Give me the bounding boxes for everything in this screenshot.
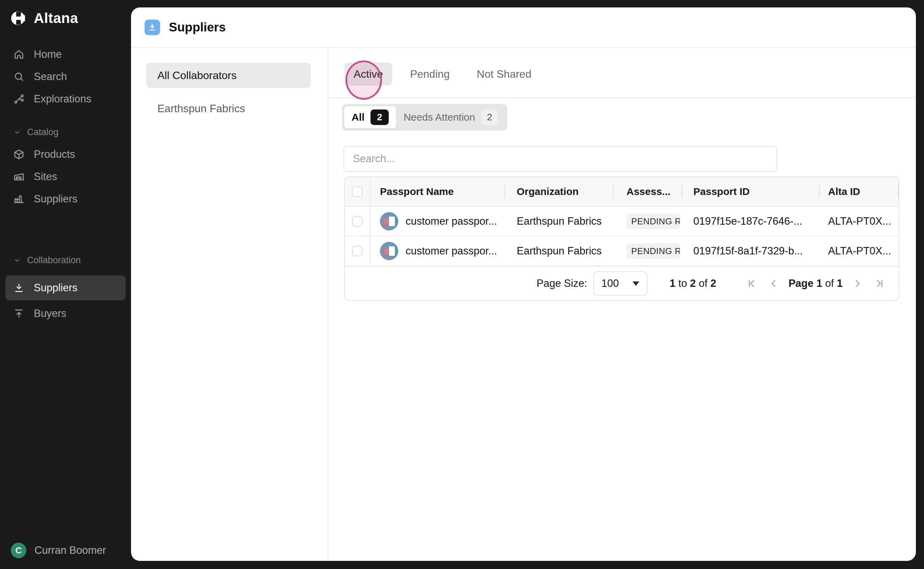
sidebar-item-buyers[interactable]: Buyers xyxy=(0,303,131,325)
sidebar-item-label: Sites xyxy=(34,170,57,183)
last-page-icon xyxy=(874,278,886,289)
collaborator-item-earthspun-fabrics[interactable]: Earthspun Fabrics xyxy=(146,96,311,121)
sidebar-item-label: Explorations xyxy=(34,93,91,105)
alta-id-cell: ALTA-PT0X... xyxy=(820,237,899,266)
main-panel: Active Pending Not Shared All 2 Needs At… xyxy=(328,48,916,561)
column-header-passport-name[interactable]: Passport Name xyxy=(370,177,505,206)
sidebar-item-home[interactable]: Home xyxy=(0,43,131,65)
sidebar-item-label: Products xyxy=(34,148,75,160)
page-indicator-text: Page 1 of 1 xyxy=(789,277,843,289)
column-header-organization[interactable]: Organization xyxy=(505,177,614,206)
factory-icon xyxy=(13,193,25,205)
sidebar-item-explorations[interactable]: Explorations xyxy=(0,88,131,110)
collaborator-item-all[interactable]: All Collaborators xyxy=(146,63,311,88)
chevron-right-icon xyxy=(852,278,863,289)
sidebar-item-suppliers-collab[interactable]: Suppliers xyxy=(5,275,126,300)
suppliers-page-icon xyxy=(144,20,160,35)
table-row[interactable]: customer passpor... Earthspun Fabrics PE… xyxy=(345,237,899,266)
sidebar-item-label: Buyers xyxy=(34,307,66,319)
sidebar-section-label: Catalog xyxy=(27,127,58,137)
sidebar-item-sites[interactable]: Sites xyxy=(0,166,131,188)
filter-needs-attention-label: Needs Attention xyxy=(404,111,475,123)
row-checkbox-cell xyxy=(345,237,370,266)
home-icon xyxy=(13,48,25,61)
previous-page-button[interactable] xyxy=(767,277,780,290)
suppliers-table: Passport Name Organization Assess... Pas… xyxy=(344,176,899,301)
sidebar-section-collaboration[interactable]: Collaboration xyxy=(0,249,131,271)
altana-logo-icon xyxy=(11,10,27,26)
user-avatar: C xyxy=(11,543,26,558)
user-name: Curran Boomer xyxy=(35,544,106,557)
sidebar-nav: Home Search Explorations Catalog Product… xyxy=(0,43,131,325)
filter-all-label: All xyxy=(352,111,364,123)
passport-name-cell: customer passpor... xyxy=(370,237,505,266)
upload-tray-icon xyxy=(13,307,25,319)
collaborator-label: All Collaborators xyxy=(157,69,237,82)
status-tabs: Active Pending Not Shared xyxy=(344,62,916,85)
sidebar-item-products[interactable]: Products xyxy=(0,143,131,166)
page-header: Suppliers xyxy=(131,8,916,48)
caret-down-icon xyxy=(633,281,639,286)
header-checkbox-cell xyxy=(345,177,370,206)
column-header-assessment[interactable]: Assess... xyxy=(614,177,682,206)
select-all-checkbox[interactable] xyxy=(352,186,363,197)
sidebar-item-label: Suppliers xyxy=(34,282,77,294)
last-page-button[interactable] xyxy=(873,277,886,290)
chevron-down-icon xyxy=(14,128,21,136)
page-title: Suppliers xyxy=(169,20,226,35)
status-badge: PENDING REVIEW xyxy=(627,243,680,259)
next-page-button[interactable] xyxy=(851,277,864,290)
pagination-bar: Page Size: 100 1 to 2 of 2 Page 1 of 1 xyxy=(345,266,899,300)
row-checkbox[interactable] xyxy=(352,216,363,227)
download-tray-icon xyxy=(13,282,25,294)
column-header-alta-id[interactable]: Alta ID xyxy=(820,177,899,206)
tab-not-shared[interactable]: Not Shared xyxy=(468,62,541,85)
passport-id-cell: 0197f15e-187c-7646-... xyxy=(682,207,820,236)
passport-logo-icon xyxy=(380,242,398,260)
first-page-button[interactable] xyxy=(745,277,758,290)
filter-needs-attention[interactable]: Needs Attention 2 xyxy=(396,106,505,128)
divider xyxy=(328,97,916,98)
page-size-value: 100 xyxy=(601,277,619,289)
collaborator-label: Earthspun Fabrics xyxy=(157,102,245,115)
tab-active[interactable]: Active xyxy=(344,62,392,85)
app-logo[interactable]: Altana xyxy=(0,0,131,26)
assessment-cell: PENDING REVIEW xyxy=(614,237,682,266)
row-range-text: 1 to 2 of 2 xyxy=(670,277,716,289)
sidebar-section-catalog[interactable]: Catalog xyxy=(0,121,131,143)
explorations-icon xyxy=(13,93,25,105)
collaborators-panel: All Collaborators Earthspun Fabrics xyxy=(131,48,328,561)
passport-id-cell: 0197f15f-8a1f-7329-b... xyxy=(682,237,820,266)
products-icon xyxy=(13,148,25,160)
tab-pending[interactable]: Pending xyxy=(401,62,459,85)
organization-cell: Earthspun Fabrics xyxy=(505,237,614,266)
filter-all[interactable]: All 2 xyxy=(344,106,396,128)
search-icon xyxy=(13,71,25,83)
filter-all-count-badge: 2 xyxy=(370,110,389,125)
status-badge: PENDING REVIEW xyxy=(627,213,680,229)
sidebar-item-label: Suppliers xyxy=(34,193,77,205)
user-profile[interactable]: C Curran Boomer xyxy=(11,543,106,558)
column-header-passport-id[interactable]: Passport ID xyxy=(682,177,820,206)
app-logo-text: Altana xyxy=(34,10,78,26)
content-card: Suppliers All Collaborators Earthspun Fa… xyxy=(131,8,916,561)
passport-name: customer passpor... xyxy=(406,215,497,227)
search-input[interactable] xyxy=(343,146,777,172)
page-size-label: Page Size: xyxy=(537,277,587,289)
page-size-select[interactable]: 100 xyxy=(593,271,648,296)
sidebar-section-label: Collaboration xyxy=(27,255,81,266)
row-checkbox[interactable] xyxy=(352,246,363,256)
sidebar-item-suppliers-catalog[interactable]: Suppliers xyxy=(0,188,131,210)
chevron-down-icon xyxy=(14,256,21,264)
chevron-left-icon xyxy=(768,278,780,289)
table-header-row: Passport Name Organization Assess... Pas… xyxy=(345,177,899,207)
table-row[interactable]: customer passpor... Earthspun Fabrics PE… xyxy=(345,207,899,237)
sidebar-item-search[interactable]: Search xyxy=(0,65,131,88)
sidebar: Altana Home Search Explorations Catalog xyxy=(0,0,131,569)
assessment-cell: PENDING REVIEW xyxy=(614,207,682,236)
filter-needs-attention-count-badge: 2 xyxy=(481,110,498,125)
first-page-icon xyxy=(746,278,757,289)
sidebar-item-label: Home xyxy=(34,48,62,61)
attention-filter: All 2 Needs Attention 2 xyxy=(342,104,507,131)
sites-icon xyxy=(13,170,25,183)
